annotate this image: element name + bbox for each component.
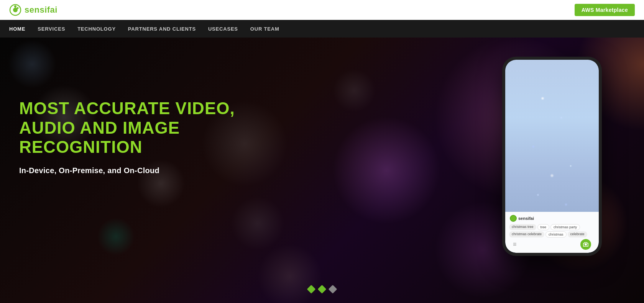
hero-subtitle: In-Device, On-Premise, and On-Cloud — [19, 166, 249, 175]
top-bar: sensifai AWS Marketplace — [0, 0, 644, 20]
nav-bar: HOME SERVICES TECHNOLOGY PARTNERS AND CL… — [0, 20, 644, 38]
phone-tag: tree — [537, 224, 550, 230]
svg-point-3 — [17, 7, 19, 9]
brand-name: sensifai — [25, 5, 58, 15]
nav-item-partners[interactable]: PARTNERS AND CLIENTS — [128, 26, 196, 32]
phone-logo-dot — [510, 215, 517, 222]
phone-outer: sensifai christmas tree tree christmas p… — [502, 57, 602, 256]
nav-item-technology[interactable]: TECHNOLOGY — [77, 26, 116, 32]
phone-tag: christmas party — [550, 224, 580, 230]
phone-tag: christmas celebrate — [509, 231, 544, 237]
phone-logo: sensifai — [508, 215, 596, 222]
logo: sensifai — [9, 4, 58, 16]
slider-dots — [308, 286, 336, 292]
nav-item-usecases[interactable]: USECASES — [208, 26, 238, 32]
phone-menu-icon: ≡ — [513, 241, 516, 248]
slider-dot-2[interactable] — [318, 285, 327, 294]
phone-bottom-bar: sensifai christmas tree tree christmas p… — [505, 212, 599, 253]
hero-title: MOST ACCURATE VIDEO, AUDIO AND IMAGE REC… — [19, 99, 249, 157]
nav-item-team[interactable]: OUR TEAM — [250, 26, 279, 32]
nav-item-home[interactable]: HOME — [9, 26, 25, 32]
slider-dot-1[interactable] — [307, 285, 316, 294]
svg-point-4 — [585, 243, 587, 246]
phone-logo-text: sensifai — [518, 216, 534, 221]
hero-content: MOST ACCURATE VIDEO, AUDIO AND IMAGE REC… — [19, 99, 249, 175]
phone-icons-bar: ≡ — [508, 237, 596, 250]
logo-icon — [9, 4, 21, 16]
brand-name-start: sensif — [25, 5, 50, 15]
nav-item-services[interactable]: SERVICES — [38, 26, 65, 32]
brand-name-end: ai — [50, 5, 58, 15]
phone-tag: christmas tree — [509, 224, 536, 230]
phone-screen: sensifai christmas tree tree christmas p… — [505, 60, 599, 253]
hero-section: MOST ACCURATE VIDEO, AUDIO AND IMAGE REC… — [0, 38, 644, 303]
phone-tag: celebrate — [568, 231, 587, 237]
phone-tag: christmas — [545, 231, 567, 237]
phone-camera-button[interactable] — [580, 239, 591, 250]
svg-point-2 — [14, 5, 16, 8]
aws-marketplace-button[interactable]: AWS Marketplace — [575, 4, 635, 16]
phone-mockup: sensifai christmas tree tree christmas p… — [491, 57, 613, 294]
phone-tags-container: christmas tree tree christmas party chri… — [508, 224, 596, 237]
slider-dot-3[interactable] — [329, 285, 337, 294]
